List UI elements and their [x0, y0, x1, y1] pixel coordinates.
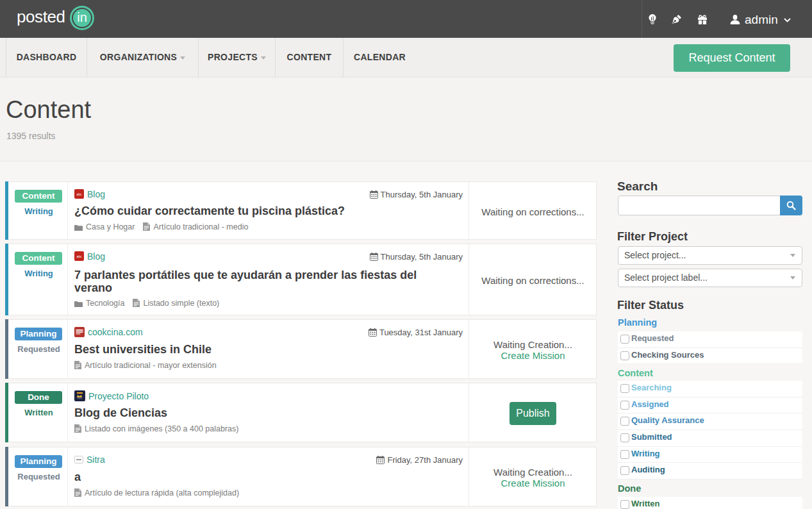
- svg-text:abc: abc: [76, 254, 82, 258]
- svg-text:PROY: PROY: [78, 397, 83, 400]
- svg-text:abc: abc: [76, 192, 82, 196]
